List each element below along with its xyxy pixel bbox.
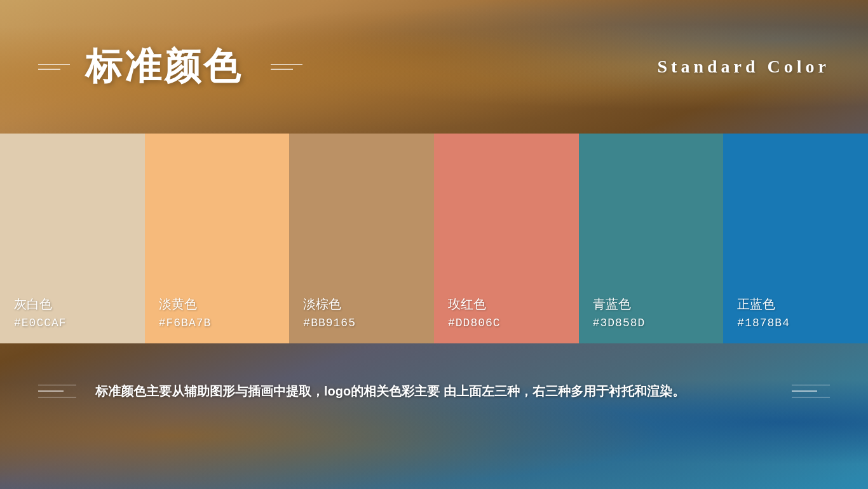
swatch-name-0: 灰白色 (14, 296, 131, 313)
deco-line-4 (271, 69, 293, 70)
deco-line-2 (38, 69, 60, 70)
main-container: 标准颜色 Standard Color 灰白色#E0CCAF淡黄色#F6BA7B… (0, 0, 868, 489)
swatch-hex-4: #3D858D (593, 317, 710, 329)
title-english: Standard Color (658, 57, 830, 77)
color-swatch-2: 淡棕色#BB9165 (289, 134, 434, 343)
swatch-hex-0: #E0CCAF (14, 317, 131, 329)
description-section: 标准颜色主要从辅助图形与插画中提取，logo的相关色彩主要 由上面左三种，右三种… (0, 343, 868, 439)
desc-deco-line-2 (38, 390, 64, 392)
header-right: Standard Color (658, 57, 830, 77)
header-section: 标准颜色 Standard Color (0, 0, 868, 134)
swatch-hex-2: #BB9165 (303, 317, 420, 329)
deco-lines-middle (271, 64, 302, 70)
swatch-name-1: 淡黄色 (159, 296, 276, 313)
description-text: 标准颜色主要从辅助图形与插画中提取，logo的相关色彩主要 由上面左三种，右三种… (95, 380, 773, 402)
swatch-name-5: 正蓝色 (737, 296, 854, 313)
desc-deco-line-5 (792, 390, 817, 392)
swatch-hex-5: #1878B4 (737, 317, 854, 329)
color-swatch-1: 淡黄色#F6BA7B (145, 134, 290, 343)
desc-deco-line-6 (792, 397, 830, 398)
deco-lines-left (38, 64, 70, 70)
desc-deco-left (38, 385, 76, 398)
swatches-section: 灰白色#E0CCAF淡黄色#F6BA7B淡棕色#BB9165玫红色#DD806C… (0, 134, 868, 343)
desc-deco-line-3 (38, 397, 76, 398)
desc-deco-line-1 (38, 385, 76, 386)
swatch-name-3: 玫红色 (448, 296, 565, 313)
header-left: 标准颜色 (38, 42, 658, 92)
color-swatch-3: 玫红色#DD806C (434, 134, 579, 343)
deco-line-1 (38, 64, 70, 65)
desc-deco-right (792, 385, 830, 398)
swatch-name-4: 青蓝色 (593, 296, 710, 313)
title-chinese: 标准颜色 (85, 42, 243, 92)
deco-line-3 (271, 64, 302, 65)
color-swatch-0: 灰白色#E0CCAF (0, 134, 145, 343)
color-swatch-5: 正蓝色#1878B4 (723, 134, 868, 343)
color-swatch-4: 青蓝色#3D858D (579, 134, 724, 343)
swatch-hex-3: #DD806C (448, 317, 565, 329)
swatch-hex-1: #F6BA7B (159, 317, 276, 329)
desc-deco-line-4 (792, 385, 830, 386)
swatch-name-2: 淡棕色 (303, 296, 420, 313)
